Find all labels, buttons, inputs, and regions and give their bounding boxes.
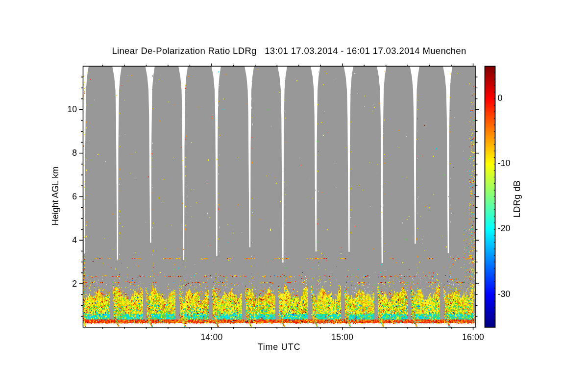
svg-text:6: 6 bbox=[72, 192, 77, 201]
svg-text:16:00: 16:00 bbox=[462, 332, 484, 342]
svg-text:-10: -10 bbox=[498, 158, 511, 168]
svg-text:0: 0 bbox=[498, 93, 503, 103]
svg-text:14:00: 14:00 bbox=[200, 332, 222, 342]
svg-text:8: 8 bbox=[72, 148, 77, 158]
svg-text:4: 4 bbox=[72, 235, 77, 245]
svg-text:Linear De-Polarization Ratio L: Linear De-Polarization Ratio LDRg 13:01 … bbox=[112, 46, 466, 56]
svg-text:Height AGL km: Height AGL km bbox=[50, 167, 60, 225]
svg-text:10: 10 bbox=[67, 104, 77, 114]
svg-text:2: 2 bbox=[72, 279, 77, 289]
svg-text:-30: -30 bbox=[498, 289, 511, 299]
svg-text:-20: -20 bbox=[498, 223, 511, 233]
svg-text:Time UTC: Time UTC bbox=[258, 342, 301, 352]
svg-text:15:00: 15:00 bbox=[331, 332, 353, 342]
svg-text:LDRg dB: LDRg dB bbox=[512, 180, 522, 218]
